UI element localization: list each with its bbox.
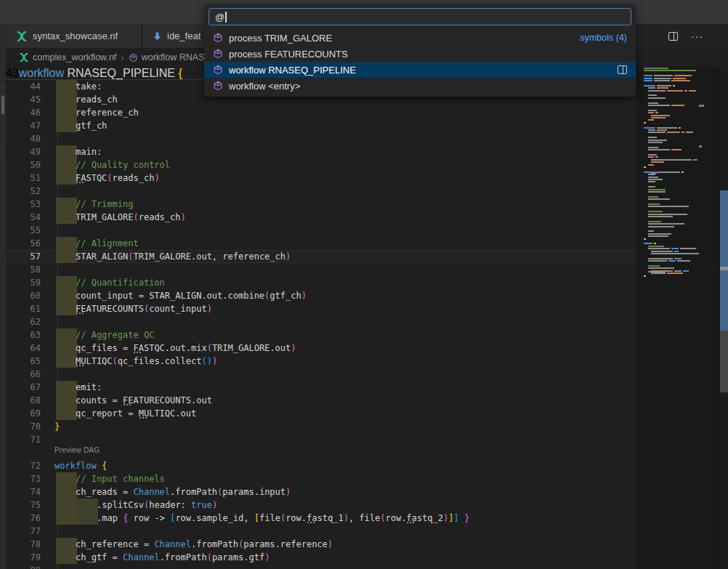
minimap-line — [648, 203, 661, 205]
breadcrumb-file[interactable]: complex_workflow.nf — [33, 52, 116, 62]
code-line[interactable]: 53// Trimming — [6, 198, 636, 211]
code-text: ch_gtf = Channel.fromPath(params.gtf) — [54, 551, 270, 564]
code-line[interactable]: 46reference_ch — [6, 106, 636, 119]
code-token: { — [178, 67, 182, 79]
collapsed-sidebar[interactable]: ··· — [0, 24, 6, 569]
minimap-segment — [648, 233, 671, 235]
quick-open-item-2[interactable]: workflow RNASEQ_PIPELINE — [204, 62, 636, 78]
code-line[interactable]: 71 — [6, 433, 636, 446]
code-line[interactable]: 77 — [6, 525, 636, 538]
sidebar-divider — [0, 152, 6, 153]
line-number: 76 — [17, 512, 41, 525]
code-line[interactable]: 48 — [6, 132, 636, 145]
code-line[interactable]: 47gtf_ch — [6, 119, 636, 132]
code-token: .out.mix — [165, 343, 207, 353]
code-line[interactable]: 61FEATURECOUNTS(count_input) — [6, 302, 636, 315]
minimap-line — [644, 78, 687, 79]
code-token: params.reference — [243, 539, 328, 549]
minimap[interactable] — [638, 67, 699, 569]
code-line[interactable]: 69qc_report = MULTIQC.out — [6, 407, 636, 420]
code-line[interactable]: 56// Alignment — [6, 237, 636, 250]
code-token: fastq_2 — [406, 513, 443, 523]
code-line[interactable]: 66 — [6, 368, 636, 381]
minimap-segment — [648, 142, 663, 143]
minimap-segment — [651, 115, 670, 116]
more-actions-icon[interactable]: ··· — [691, 33, 703, 40]
indent-guide — [57, 263, 58, 276]
code-line[interactable]: 76.map { row -> [row.sample_id, [file(ro… — [6, 512, 636, 525]
code-line[interactable]: 49main: — [6, 145, 636, 158]
code-token: ( — [133, 212, 138, 222]
code-token: gtf_ch — [270, 291, 301, 301]
code-token: TRIM_GALORE — [76, 212, 133, 222]
tab-syntax-showcase[interactable]: syntax_showcase.nf — [6, 24, 142, 48]
minimap-segment — [644, 122, 646, 124]
minimap-line — [648, 137, 658, 138]
code-line[interactable]: 68counts = FEATURECOUNTS.out — [6, 394, 636, 407]
code-line[interactable]: 58 — [6, 263, 636, 276]
minimap-segment — [648, 140, 667, 141]
minimap-segment — [648, 211, 663, 212]
code-token: // Input channels — [76, 474, 165, 484]
code-line[interactable]: 78ch_reference = Channel.fromPath(params… — [6, 538, 636, 551]
minimap-line — [644, 122, 647, 124]
code-text: reads_ch — [54, 93, 118, 106]
code-token: ) — [302, 291, 307, 301]
scrollbar-thumb[interactable] — [720, 331, 728, 392]
code-line[interactable]: 67emit: — [6, 381, 636, 394]
code-line[interactable]: 72workflow { — [6, 459, 636, 472]
minimap-segment — [654, 243, 656, 244]
code-token: row.sample_id, — [175, 513, 254, 523]
minimap-segment — [651, 253, 699, 254]
minimap-line — [648, 90, 697, 92]
code-line[interactable]: 70} — [6, 420, 636, 433]
code-token: ( — [107, 173, 112, 183]
minimap-segment — [644, 171, 655, 173]
code-line[interactable]: 63// Aggregate QC — [6, 328, 636, 342]
minimap-line — [648, 129, 668, 131]
minimap-line — [651, 115, 671, 116]
code-line[interactable]: 55 — [6, 224, 636, 237]
minimap-line — [648, 94, 658, 96]
quick-open-item-1[interactable]: process FEATURECOUNTS — [204, 46, 636, 62]
code-line[interactable]: 64qc_files = FASTQC.out.mix(TRIM_GALORE.… — [6, 342, 636, 355]
code-token: ) — [181, 212, 186, 222]
minimap-segment — [648, 203, 660, 205]
minimap-segment — [644, 127, 655, 129]
code-line[interactable]: 54TRIM_GALORE(reads_ch) — [6, 211, 636, 224]
minimap-segment — [644, 275, 646, 277]
minimap-segment — [668, 260, 676, 262]
minimap-segment — [671, 149, 682, 150]
code-text: qc_files = FASTQC.out.mix(TRIM_GALORE.ou… — [54, 342, 296, 355]
code-text: } — [54, 420, 60, 433]
open-to-side-icon[interactable] — [618, 65, 627, 74]
line-number: 44 — [17, 80, 41, 93]
code-line[interactable]: 50// Quality control — [6, 158, 636, 171]
code-line[interactable]: 73// Input channels — [6, 472, 636, 485]
quick-open-item-0[interactable]: process TRIM_GALOREsymbols (4) — [204, 30, 636, 46]
codelens-preview-dag[interactable]: Preview DAG — [54, 446, 100, 454]
minimap-line — [651, 159, 699, 161]
code-editor[interactable]: 43workflow RNASEQ_PIPELINE { 44take:45re… — [6, 67, 728, 569]
code-token: ) — [207, 356, 212, 366]
code-line[interactable]: 80 — [6, 564, 636, 569]
quick-open-input[interactable]: @ — [209, 8, 631, 25]
code-line[interactable]: 59// Quantification — [6, 276, 636, 289]
quick-open-item-3[interactable]: workflow <entry> — [204, 78, 636, 94]
code-line[interactable]: 79ch_gtf = Channel.fromPath(params.gtf) — [6, 551, 636, 564]
code-line[interactable]: 52 — [6, 185, 636, 198]
code-line[interactable]: 51FASTQC(reads_ch) — [6, 171, 636, 185]
code-line[interactable]: 62 — [6, 315, 636, 328]
code-line-current[interactable]: 57STAR_ALIGN(TRIM_GALORE.out, reference_… — [6, 250, 636, 263]
minimap-line — [648, 230, 655, 232]
symbols-count-link[interactable]: symbols (4) — [580, 33, 627, 43]
editor-scrollbar[interactable] — [719, 67, 728, 569]
code-line[interactable]: 65MULTIQC(qc_files.collect()) — [6, 355, 636, 368]
split-editor-icon[interactable] — [668, 32, 678, 41]
sidebar-scrollbar-thumb[interactable] — [1, 95, 4, 114]
code-line[interactable]: 74ch_reads = Channel.fromPath(params.inp… — [6, 485, 636, 499]
minimap-line — [651, 273, 684, 274]
minimap-line — [648, 211, 664, 212]
code-line[interactable]: 60count_input = STAR_ALIGN.out.combine(g… — [6, 289, 636, 302]
code-line[interactable]: 75.splitCsv(header: true) — [6, 499, 636, 512]
